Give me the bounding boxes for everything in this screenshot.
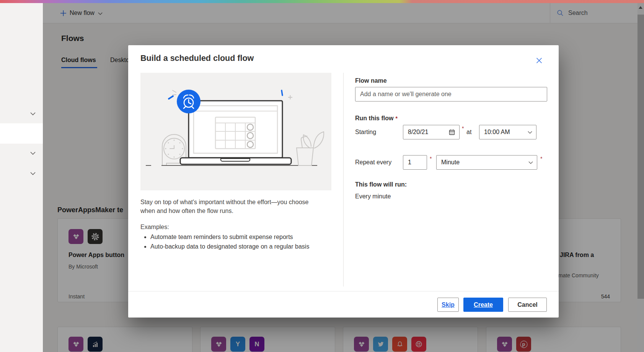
repeat-unit-dropdown[interactable]: Minute <box>436 155 537 170</box>
flow-run-summary-value: Every minute <box>355 193 391 200</box>
cancel-label: Cancel <box>517 301 537 308</box>
create-button[interactable]: Create <box>463 298 503 312</box>
skip-label: Skip <box>442 301 455 308</box>
example-item: Auto-backup data to designated storage o… <box>150 242 333 251</box>
sidebar <box>0 3 43 352</box>
example-item: Automate team reminders to submit expens… <box>150 232 333 242</box>
divider <box>343 73 344 287</box>
flow-name-label: Flow name <box>355 77 387 84</box>
examples-list: Automate team reminders to submit expens… <box>142 232 333 251</box>
flow-name-input[interactable] <box>355 87 547 102</box>
dialog-form: Flow name Run this flow* Starting 8/20/2… <box>355 45 547 290</box>
skip-button[interactable]: Skip <box>437 298 459 312</box>
calendar-icon <box>448 129 455 136</box>
dialog-title: Build a scheduled cloud flow <box>140 54 254 63</box>
chevron-down-icon[interactable] <box>28 108 38 119</box>
chevron-down-icon <box>528 131 532 134</box>
run-this-flow-label: Run this flow* <box>355 115 398 122</box>
chevron-down-icon <box>528 161 533 164</box>
examples-label: Examples: <box>140 224 169 231</box>
cancel-button[interactable]: Cancel <box>508 298 547 312</box>
at-label: at <box>466 125 471 139</box>
flow-run-summary-label: This flow will run: <box>355 181 407 188</box>
repeat-row: Repeat every * Minute * <box>355 155 547 170</box>
required-marker: * <box>430 156 432 162</box>
start-date-input[interactable]: 8/20/21 <box>403 125 460 139</box>
starting-row: Starting 8/20/21 <box>355 125 547 139</box>
scheduled-flow-dialog: Build a scheduled cloud flow <box>128 45 559 318</box>
start-time-value: 10:00 AM <box>484 129 528 136</box>
dialog-description: Stay on top of what's important without … <box>140 198 325 215</box>
sidebar-selected-item[interactable] <box>0 123 43 144</box>
starting-label: Starting <box>355 125 376 139</box>
divider <box>128 291 559 291</box>
start-date-value: 8/20/21 <box>408 129 448 136</box>
start-time-dropdown[interactable]: 10:00 AM <box>479 125 536 139</box>
repeat-unit-value: Minute <box>441 159 528 166</box>
required-marker: * <box>395 115 397 121</box>
create-label: Create <box>474 301 493 308</box>
repeat-interval-input[interactable] <box>403 155 427 170</box>
power-automate-app: New flow Search Flows Cloud flows Deskto… <box>0 0 644 352</box>
chevron-down-icon[interactable] <box>28 168 38 179</box>
repeat-every-label: Repeat every <box>355 155 391 170</box>
chevron-down-icon[interactable] <box>28 148 38 159</box>
required-marker: * <box>540 156 542 162</box>
schedule-illustration <box>140 73 331 190</box>
required-marker: * <box>462 125 464 131</box>
suite-header-strip <box>0 0 644 3</box>
